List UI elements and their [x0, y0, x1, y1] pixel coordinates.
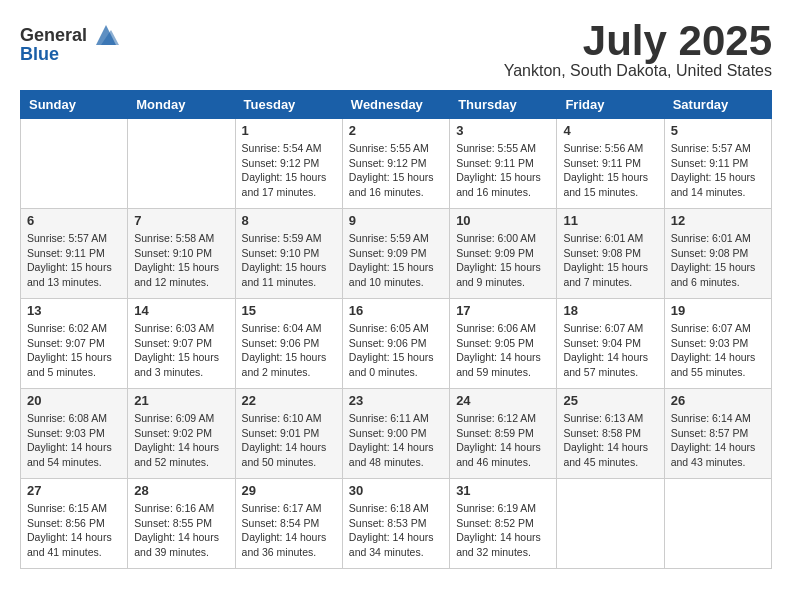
day-number: 24: [456, 393, 550, 408]
day-number: 23: [349, 393, 443, 408]
calendar-day-header: Wednesday: [342, 91, 449, 119]
day-info: Sunrise: 6:01 AMSunset: 9:08 PMDaylight:…: [563, 231, 657, 290]
day-info: Sunrise: 6:00 AMSunset: 9:09 PMDaylight:…: [456, 231, 550, 290]
calendar-day-cell: 5Sunrise: 5:57 AMSunset: 9:11 PMDaylight…: [664, 119, 771, 209]
calendar-day-cell: 3Sunrise: 5:55 AMSunset: 9:11 PMDaylight…: [450, 119, 557, 209]
logo-general: General: [20, 25, 87, 46]
calendar-week-row: 27Sunrise: 6:15 AMSunset: 8:56 PMDayligh…: [21, 479, 772, 569]
calendar-day-cell: 23Sunrise: 6:11 AMSunset: 9:00 PMDayligh…: [342, 389, 449, 479]
day-info: Sunrise: 5:57 AMSunset: 9:11 PMDaylight:…: [27, 231, 121, 290]
day-number: 10: [456, 213, 550, 228]
day-number: 26: [671, 393, 765, 408]
day-number: 1: [242, 123, 336, 138]
day-number: 5: [671, 123, 765, 138]
day-info: Sunrise: 5:59 AMSunset: 9:10 PMDaylight:…: [242, 231, 336, 290]
calendar-day-cell: 20Sunrise: 6:08 AMSunset: 9:03 PMDayligh…: [21, 389, 128, 479]
day-number: 29: [242, 483, 336, 498]
calendar-day-cell: 1Sunrise: 5:54 AMSunset: 9:12 PMDaylight…: [235, 119, 342, 209]
day-number: 8: [242, 213, 336, 228]
day-info: Sunrise: 6:09 AMSunset: 9:02 PMDaylight:…: [134, 411, 228, 470]
day-number: 9: [349, 213, 443, 228]
calendar-day-cell: 16Sunrise: 6:05 AMSunset: 9:06 PMDayligh…: [342, 299, 449, 389]
calendar-day-cell: 25Sunrise: 6:13 AMSunset: 8:58 PMDayligh…: [557, 389, 664, 479]
day-info: Sunrise: 6:06 AMSunset: 9:05 PMDaylight:…: [456, 321, 550, 380]
day-info: Sunrise: 6:11 AMSunset: 9:00 PMDaylight:…: [349, 411, 443, 470]
page-header: General Blue July 2025 Yankton, South Da…: [20, 20, 772, 80]
day-info: Sunrise: 5:57 AMSunset: 9:11 PMDaylight:…: [671, 141, 765, 200]
day-info: Sunrise: 6:08 AMSunset: 9:03 PMDaylight:…: [27, 411, 121, 470]
day-number: 16: [349, 303, 443, 318]
calendar-day-cell: [664, 479, 771, 569]
day-info: Sunrise: 6:10 AMSunset: 9:01 PMDaylight:…: [242, 411, 336, 470]
calendar-day-cell: [128, 119, 235, 209]
calendar-table: SundayMondayTuesdayWednesdayThursdayFrid…: [20, 90, 772, 569]
day-info: Sunrise: 6:01 AMSunset: 9:08 PMDaylight:…: [671, 231, 765, 290]
day-number: 17: [456, 303, 550, 318]
calendar-day-header: Saturday: [664, 91, 771, 119]
calendar-day-cell: 27Sunrise: 6:15 AMSunset: 8:56 PMDayligh…: [21, 479, 128, 569]
day-info: Sunrise: 6:18 AMSunset: 8:53 PMDaylight:…: [349, 501, 443, 560]
calendar-day-cell: 17Sunrise: 6:06 AMSunset: 9:05 PMDayligh…: [450, 299, 557, 389]
calendar-day-cell: 9Sunrise: 5:59 AMSunset: 9:09 PMDaylight…: [342, 209, 449, 299]
calendar-day-cell: 13Sunrise: 6:02 AMSunset: 9:07 PMDayligh…: [21, 299, 128, 389]
calendar-day-cell: 14Sunrise: 6:03 AMSunset: 9:07 PMDayligh…: [128, 299, 235, 389]
day-info: Sunrise: 5:54 AMSunset: 9:12 PMDaylight:…: [242, 141, 336, 200]
day-number: 22: [242, 393, 336, 408]
day-number: 15: [242, 303, 336, 318]
day-info: Sunrise: 5:58 AMSunset: 9:10 PMDaylight:…: [134, 231, 228, 290]
calendar-day-cell: 19Sunrise: 6:07 AMSunset: 9:03 PMDayligh…: [664, 299, 771, 389]
day-info: Sunrise: 5:56 AMSunset: 9:11 PMDaylight:…: [563, 141, 657, 200]
day-number: 11: [563, 213, 657, 228]
day-info: Sunrise: 5:55 AMSunset: 9:11 PMDaylight:…: [456, 141, 550, 200]
calendar-day-cell: 31Sunrise: 6:19 AMSunset: 8:52 PMDayligh…: [450, 479, 557, 569]
day-info: Sunrise: 5:55 AMSunset: 9:12 PMDaylight:…: [349, 141, 443, 200]
calendar-header-row: SundayMondayTuesdayWednesdayThursdayFrid…: [21, 91, 772, 119]
calendar-day-header: Monday: [128, 91, 235, 119]
day-info: Sunrise: 6:15 AMSunset: 8:56 PMDaylight:…: [27, 501, 121, 560]
day-number: 4: [563, 123, 657, 138]
day-info: Sunrise: 6:12 AMSunset: 8:59 PMDaylight:…: [456, 411, 550, 470]
day-number: 31: [456, 483, 550, 498]
calendar-day-header: Tuesday: [235, 91, 342, 119]
calendar-day-cell: 4Sunrise: 5:56 AMSunset: 9:11 PMDaylight…: [557, 119, 664, 209]
calendar-day-cell: 11Sunrise: 6:01 AMSunset: 9:08 PMDayligh…: [557, 209, 664, 299]
calendar-day-cell: 29Sunrise: 6:17 AMSunset: 8:54 PMDayligh…: [235, 479, 342, 569]
calendar-day-cell: [557, 479, 664, 569]
day-info: Sunrise: 6:07 AMSunset: 9:04 PMDaylight:…: [563, 321, 657, 380]
calendar-week-row: 20Sunrise: 6:08 AMSunset: 9:03 PMDayligh…: [21, 389, 772, 479]
day-number: 25: [563, 393, 657, 408]
day-info: Sunrise: 6:04 AMSunset: 9:06 PMDaylight:…: [242, 321, 336, 380]
calendar-day-header: Sunday: [21, 91, 128, 119]
title-section: July 2025 Yankton, South Dakota, United …: [504, 20, 772, 80]
month-title: July 2025: [504, 20, 772, 62]
calendar-day-cell: 7Sunrise: 5:58 AMSunset: 9:10 PMDaylight…: [128, 209, 235, 299]
day-info: Sunrise: 6:14 AMSunset: 8:57 PMDaylight:…: [671, 411, 765, 470]
day-number: 21: [134, 393, 228, 408]
day-info: Sunrise: 6:03 AMSunset: 9:07 PMDaylight:…: [134, 321, 228, 380]
day-number: 13: [27, 303, 121, 318]
calendar-week-row: 1Sunrise: 5:54 AMSunset: 9:12 PMDaylight…: [21, 119, 772, 209]
calendar-day-cell: 10Sunrise: 6:00 AMSunset: 9:09 PMDayligh…: [450, 209, 557, 299]
calendar-day-header: Friday: [557, 91, 664, 119]
logo: General Blue: [20, 20, 121, 65]
location-title: Yankton, South Dakota, United States: [504, 62, 772, 80]
calendar-day-cell: 8Sunrise: 5:59 AMSunset: 9:10 PMDaylight…: [235, 209, 342, 299]
calendar-day-cell: 12Sunrise: 6:01 AMSunset: 9:08 PMDayligh…: [664, 209, 771, 299]
calendar-week-row: 6Sunrise: 5:57 AMSunset: 9:11 PMDaylight…: [21, 209, 772, 299]
day-info: Sunrise: 6:07 AMSunset: 9:03 PMDaylight:…: [671, 321, 765, 380]
calendar-day-cell: 18Sunrise: 6:07 AMSunset: 9:04 PMDayligh…: [557, 299, 664, 389]
calendar-day-cell: 28Sunrise: 6:16 AMSunset: 8:55 PMDayligh…: [128, 479, 235, 569]
day-info: Sunrise: 6:05 AMSunset: 9:06 PMDaylight:…: [349, 321, 443, 380]
day-number: 12: [671, 213, 765, 228]
calendar-day-cell: 24Sunrise: 6:12 AMSunset: 8:59 PMDayligh…: [450, 389, 557, 479]
day-number: 7: [134, 213, 228, 228]
day-info: Sunrise: 5:59 AMSunset: 9:09 PMDaylight:…: [349, 231, 443, 290]
calendar-day-cell: 6Sunrise: 5:57 AMSunset: 9:11 PMDaylight…: [21, 209, 128, 299]
calendar-week-row: 13Sunrise: 6:02 AMSunset: 9:07 PMDayligh…: [21, 299, 772, 389]
day-number: 18: [563, 303, 657, 318]
day-number: 30: [349, 483, 443, 498]
day-info: Sunrise: 6:02 AMSunset: 9:07 PMDaylight:…: [27, 321, 121, 380]
calendar-day-cell: 30Sunrise: 6:18 AMSunset: 8:53 PMDayligh…: [342, 479, 449, 569]
day-info: Sunrise: 6:19 AMSunset: 8:52 PMDaylight:…: [456, 501, 550, 560]
day-number: 28: [134, 483, 228, 498]
